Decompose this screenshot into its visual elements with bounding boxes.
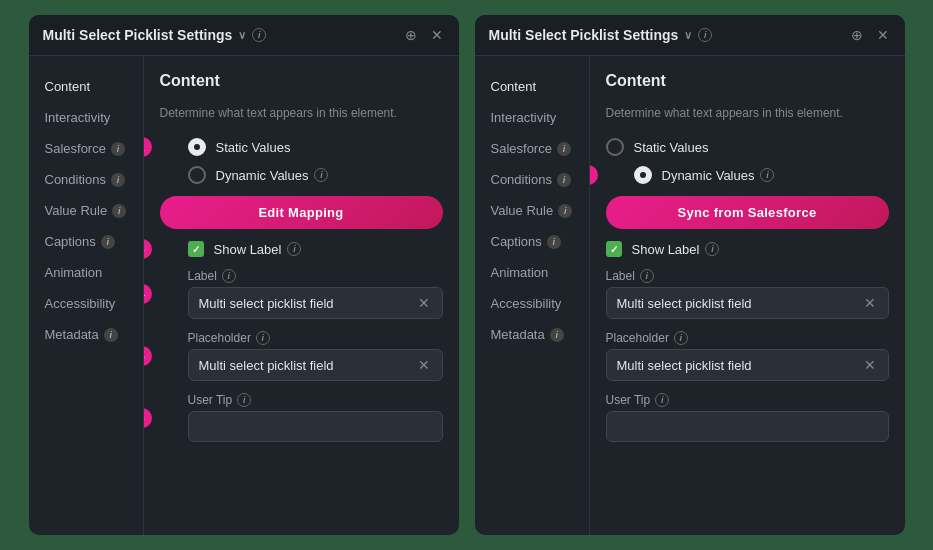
sidebar-label-animation-right: Animation <box>491 265 549 280</box>
panel-info-icon-right[interactable]: i <box>698 28 712 42</box>
sidebar-label-captions-right: Captions <box>491 234 542 249</box>
main-content-left: Content Determine what text appears in t… <box>144 56 459 535</box>
sidebar-item-animation-right[interactable]: Animation <box>475 258 589 287</box>
valuerule-info-icon-right: i <box>558 204 572 218</box>
placeholder-clear-btn-right[interactable]: ✕ <box>862 357 878 373</box>
sidebar-item-interactivity-right[interactable]: Interactivity <box>475 103 589 132</box>
sidebar-item-valuerule-left[interactable]: Value Rule i <box>29 196 143 225</box>
sidebar-item-accessibility-right[interactable]: Accessibility <box>475 289 589 318</box>
close-button-right[interactable]: ✕ <box>875 25 891 45</box>
sidebar-item-metadata-left[interactable]: Metadata i <box>29 320 143 349</box>
panel-header-left: Multi Select Picklist Settings ∨ i ⊕ ✕ <box>29 15 459 56</box>
sidebar-item-conditions-right[interactable]: Conditions i <box>475 165 589 194</box>
pin-button-right[interactable]: ⊕ <box>849 25 865 45</box>
sidebar-item-content-left[interactable]: Content <box>29 72 143 101</box>
section-desc-right: Determine what text appears in this elem… <box>606 104 889 122</box>
panel-info-icon-left[interactable]: i <box>252 28 266 42</box>
sidebar-label-animation-left: Animation <box>45 265 103 280</box>
radio-group-right: Static Values 2 Dynamic Values i <box>606 138 889 184</box>
action-btn-right[interactable]: Sync from Salesforce <box>606 196 889 229</box>
section-title-right: Content <box>606 72 889 90</box>
show-label-row-right[interactable]: Show Label i <box>606 241 889 257</box>
captions-info-icon-right: i <box>547 235 561 249</box>
close-button-left[interactable]: ✕ <box>429 25 445 45</box>
sidebar-item-accessibility-left[interactable]: Accessibility <box>29 289 143 318</box>
section-title-left: Content <box>160 72 443 90</box>
step3-badge-left: 3 <box>144 239 152 259</box>
sidebar-item-animation-left[interactable]: Animation <box>29 258 143 287</box>
usertip-input-right[interactable] <box>617 419 878 434</box>
radio-group-left: 1 Static Values Dynamic Values i <box>160 138 443 184</box>
placeholder-input-left[interactable] <box>199 358 408 373</box>
sidebar-label-content-left: Content <box>45 79 91 94</box>
radio-dynamic-left[interactable]: Dynamic Values i <box>160 166 443 184</box>
sidebar-item-conditions-left[interactable]: Conditions i <box>29 165 143 194</box>
label-field-section-right: Label i ✕ <box>606 269 889 319</box>
label-clear-btn-left[interactable]: ✕ <box>416 295 432 311</box>
usertip-input-left[interactable] <box>199 419 432 434</box>
salesforce-info-icon-right: i <box>557 142 571 156</box>
label-input-right[interactable] <box>617 296 854 311</box>
usertip-field-label-right: User Tip i <box>606 393 889 407</box>
show-label-checkbox-right[interactable] <box>606 241 622 257</box>
label-clear-btn-right[interactable]: ✕ <box>862 295 878 311</box>
placeholder-input-right[interactable] <box>617 358 854 373</box>
radio-static-right[interactable]: Static Values <box>606 138 889 156</box>
label-info-icon-left: i <box>222 269 236 283</box>
label-info-icon-right: i <box>640 269 654 283</box>
usertip-field-section-left: 6 User Tip i <box>160 393 443 442</box>
radio-circle-dynamic-left <box>188 166 206 184</box>
placeholder-clear-btn-left[interactable]: ✕ <box>416 357 432 373</box>
radio-label-static-right: Static Values <box>634 140 709 155</box>
show-label-row-left[interactable]: 3 Show Label i <box>160 241 443 257</box>
placeholder-field-section-left: 5 Placeholder i ✕ <box>160 331 443 381</box>
captions-info-icon-left: i <box>101 235 115 249</box>
radio-circle-static-right <box>606 138 624 156</box>
metadata-info-icon-left: i <box>104 328 118 342</box>
conditions-info-icon-left: i <box>111 173 125 187</box>
panel-title-text-left: Multi Select Picklist Settings <box>43 27 233 43</box>
show-label-checkbox-left[interactable] <box>188 241 204 257</box>
sidebar-item-salesforce-right[interactable]: Salesforce i <box>475 134 589 163</box>
sidebar-item-valuerule-right[interactable]: Value Rule i <box>475 196 589 225</box>
sidebar-item-content-right[interactable]: Content <box>475 72 589 101</box>
dynamic-info-icon-right: i <box>760 168 774 182</box>
placeholder-info-icon-left: i <box>256 331 270 345</box>
conditions-info-icon-right: i <box>557 173 571 187</box>
sidebar-item-metadata-right[interactable]: Metadata i <box>475 320 589 349</box>
sidebar-label-interactivity-left: Interactivity <box>45 110 111 125</box>
radio-dynamic-right[interactable]: 2 Dynamic Values i <box>606 166 889 184</box>
panel-title-left: Multi Select Picklist Settings ∨ i <box>43 27 403 43</box>
usertip-input-container-left <box>188 411 443 442</box>
step6-badge-left: 6 <box>144 408 152 428</box>
pin-button-left[interactable]: ⊕ <box>403 25 419 45</box>
sidebar-label-content-right: Content <box>491 79 537 94</box>
usertip-input-container-right <box>606 411 889 442</box>
sidebar-item-salesforce-left[interactable]: Salesforce i <box>29 134 143 163</box>
step1-badge-left: 1 <box>144 137 152 157</box>
sidebar-label-valuerule-left: Value Rule <box>45 203 108 218</box>
valuerule-info-icon-left: i <box>112 204 126 218</box>
sidebar-label-accessibility-right: Accessibility <box>491 296 562 311</box>
placeholder-input-container-left: ✕ <box>188 349 443 381</box>
usertip-field-label-left: User Tip i <box>188 393 443 407</box>
chevron-down-icon-right[interactable]: ∨ <box>684 29 692 42</box>
sidebar-label-conditions-right: Conditions <box>491 172 552 187</box>
panel-title-right: Multi Select Picklist Settings ∨ i <box>489 27 849 43</box>
label-field-label-left: Label i <box>188 269 443 283</box>
radio-static-left[interactable]: 1 Static Values <box>160 138 443 156</box>
main-content-right: Content Determine what text appears in t… <box>590 56 905 535</box>
sidebar-item-captions-left[interactable]: Captions i <box>29 227 143 256</box>
salesforce-info-icon-left: i <box>111 142 125 156</box>
sidebar-item-captions-right[interactable]: Captions i <box>475 227 589 256</box>
sidebar-item-interactivity-left[interactable]: Interactivity <box>29 103 143 132</box>
panel-title-text-right: Multi Select Picklist Settings <box>489 27 679 43</box>
dynamic-info-icon-left: i <box>314 168 328 182</box>
label-input-left[interactable] <box>199 296 408 311</box>
sidebar-label-salesforce-right: Salesforce <box>491 141 552 156</box>
sidebar-label-valuerule-right: Value Rule <box>491 203 554 218</box>
usertip-field-section-right: User Tip i <box>606 393 889 442</box>
chevron-down-icon-left[interactable]: ∨ <box>238 29 246 42</box>
panel-header-icons-left: ⊕ ✕ <box>403 25 445 45</box>
action-btn-left[interactable]: Edit Mapping <box>160 196 443 229</box>
